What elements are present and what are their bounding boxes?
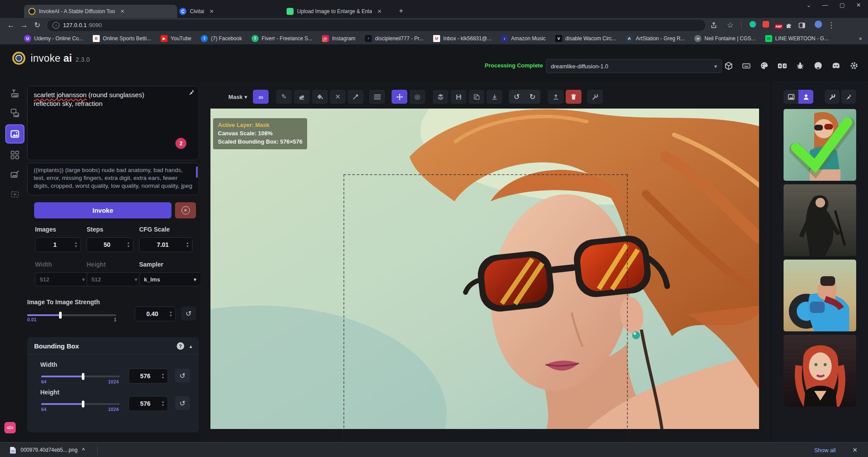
toggle-mask-button[interactable]: ∞ xyxy=(253,90,269,104)
extensions-puzzle-icon[interactable] xyxy=(785,22,798,29)
language-translate-icon[interactable]: AZ xyxy=(776,59,789,72)
hotkeys-keyboard-icon[interactable] xyxy=(740,59,753,72)
bbox-height-input[interactable]: 576▲▼ xyxy=(129,396,168,411)
tab-post-processing[interactable] xyxy=(7,166,23,183)
canvas-settings-button[interactable] xyxy=(587,90,603,104)
save-to-gallery-button[interactable] xyxy=(451,90,466,104)
stepper-icons[interactable]: ▲▼ xyxy=(74,242,80,248)
new-tab-button[interactable]: + xyxy=(399,7,403,15)
canvas-bounding-box[interactable] xyxy=(343,174,628,454)
settings-gear-icon[interactable] xyxy=(847,59,861,72)
images-input[interactable]: 1▲▼ xyxy=(35,237,81,252)
upload-image-button[interactable] xyxy=(548,90,564,104)
brush-tool-button[interactable]: ✎ xyxy=(276,90,292,104)
cfg-scale-input[interactable]: 7.01▲▼ xyxy=(139,237,192,252)
gallery-thumbnail[interactable] xyxy=(784,260,856,331)
collapse-chevron-icon[interactable]: ▴ xyxy=(189,343,192,349)
model-select[interactable]: dreamlike-diffusion-1.0 ▾ xyxy=(546,59,722,73)
bookmark-cgs[interactable]: ∞Neil Fontaine | CGS... xyxy=(694,35,756,42)
i2i-strength-input[interactable]: 0.40▲▼ xyxy=(135,306,176,321)
bookmark-inbox[interactable]: MInbox - klk56831@... xyxy=(433,35,491,42)
stepper-icons[interactable]: ▲▼ xyxy=(169,311,175,317)
clear-canvas-button[interactable] xyxy=(566,90,581,104)
bookmark-sports[interactable]: BOnline Sports Betti... xyxy=(93,35,151,42)
i2i-reset-button[interactable]: ↺ xyxy=(181,306,196,320)
bookmark-artstation[interactable]: AArtStation - Greg R... xyxy=(626,35,685,42)
bookmark-amazon-music[interactable]: ♪Amazon Music xyxy=(501,35,546,42)
model-manager-cube-icon[interactable] xyxy=(722,59,735,72)
negative-prompt-scrollbar[interactable] xyxy=(196,166,198,178)
browser-kebab-menu-icon[interactable]: ⋮ xyxy=(825,21,838,30)
steps-input[interactable]: 50▲▼ xyxy=(87,237,133,252)
profile-avatar[interactable] xyxy=(812,21,825,30)
stepper-icons[interactable]: ▲▼ xyxy=(186,242,192,248)
console-toggle-button[interactable]: </> xyxy=(4,422,16,433)
color-picker-button[interactable] xyxy=(348,90,364,104)
bookmarks-overflow-chevron[interactable]: » xyxy=(859,35,862,42)
prompt-input[interactable]: scarlett johansson (round sunglasses) re… xyxy=(27,86,199,160)
fill-bounding-box-button[interactable] xyxy=(312,90,328,104)
copy-to-clipboard-button[interactable] xyxy=(469,90,484,104)
negative-prompt-input[interactable]: ((implants)) (large boobs) nude bad anat… xyxy=(27,163,199,195)
window-minimize-icon[interactable]: — xyxy=(822,2,828,8)
gallery-thumbnail[interactable] xyxy=(784,184,856,256)
pin-prompt-icon[interactable] xyxy=(188,89,195,95)
tab-unified-canvas[interactable] xyxy=(5,124,24,144)
window-maximize-icon[interactable]: ▢ xyxy=(840,2,845,8)
gallery-settings-button[interactable] xyxy=(825,90,840,104)
slider-handle[interactable] xyxy=(82,373,84,380)
gallery-thumbnail[interactable] xyxy=(784,335,856,407)
bookmark-facebook[interactable]: f(7) Facebook xyxy=(201,35,242,42)
show-all-link[interactable]: Show all xyxy=(814,447,836,453)
back-button[interactable]: ← xyxy=(4,21,18,30)
download-item[interactable]: 000979.40d74eb5....png ^ xyxy=(0,446,85,454)
bbox-width-input[interactable]: 576▲▼ xyxy=(129,369,168,383)
reload-button[interactable]: ↻ xyxy=(31,21,44,30)
tab-upload-image[interactable]: Upload Image to Enlarge & Enla ✕ xyxy=(282,5,400,18)
bookmark-udemy[interactable]: UUdemy - Online Co... xyxy=(24,35,83,42)
invoke-button[interactable]: Invoke xyxy=(34,202,172,218)
reset-view-button[interactable]: ◎ xyxy=(410,90,425,104)
bookmark-instagram[interactable]: ◎Instagram xyxy=(322,35,355,42)
side-panel-icon[interactable] xyxy=(798,22,812,29)
slider-handle[interactable] xyxy=(82,401,84,408)
stepper-icons[interactable]: ▲▼ xyxy=(127,242,133,248)
layer-select[interactable]: Mask▾ xyxy=(228,94,247,100)
report-bug-icon[interactable] xyxy=(794,59,807,72)
height-select[interactable]: 512▾ xyxy=(87,272,142,286)
bbox-width-reset-button[interactable]: ↺ xyxy=(175,369,190,383)
discord-icon[interactable] xyxy=(830,59,843,72)
stepper-icons[interactable]: ▲▼ xyxy=(161,373,168,379)
tab-close-icon[interactable]: ✕ xyxy=(210,8,214,14)
width-select[interactable]: 512▾ xyxy=(35,272,90,286)
share-icon[interactable] xyxy=(710,22,724,28)
undo-button[interactable]: ↺ xyxy=(509,90,525,104)
gallery-user-tab[interactable] xyxy=(798,90,813,104)
redo-button[interactable]: ↻ xyxy=(525,90,540,104)
download-expand-chevron[interactable]: ^ xyxy=(82,447,85,453)
cancel-button[interactable]: ✕ xyxy=(175,202,196,218)
tab-image-to-image[interactable] xyxy=(7,105,23,121)
browser-menu-chevron-icon[interactable]: ⌄ xyxy=(806,2,811,8)
tab-civitai[interactable]: C Civitai ✕ xyxy=(175,5,284,18)
url-bar[interactable]: i 127.0.0.1:9090 xyxy=(47,20,705,31)
bookmark-star-icon[interactable]: ☆ xyxy=(724,21,737,30)
bookmark-discipleneil[interactable]: ⚡discipleneil777 - Pr... xyxy=(365,35,424,42)
red-extension-icon[interactable] xyxy=(759,21,772,30)
i2i-strength-slider[interactable] xyxy=(27,312,116,319)
adblock-extension-icon[interactable]: ABP xyxy=(772,21,785,30)
window-close-icon[interactable]: ✕ xyxy=(856,2,861,8)
theme-palette-icon[interactable] xyxy=(758,59,771,72)
bookmark-youtube[interactable]: ▶YouTube xyxy=(161,35,191,42)
move-tool-button[interactable] xyxy=(392,90,407,104)
slider-handle[interactable] xyxy=(59,312,62,319)
grammarly-extension-icon[interactable] xyxy=(746,21,759,30)
forward-button[interactable]: → xyxy=(18,21,31,30)
close-shelf-icon[interactable]: ✕ xyxy=(852,446,858,453)
eraser-tool-button[interactable] xyxy=(294,90,310,104)
bookmark-fiverr[interactable]: fFiverr - Freelance S... xyxy=(252,35,312,42)
bookmark-webtoon[interactable]: WLINE WEBTOON - G... xyxy=(765,35,829,42)
bookmark-wacom[interactable]: Vdisable Wacom Circ... xyxy=(555,35,616,42)
gallery-thumbnail-selected[interactable] xyxy=(784,109,856,181)
site-info-icon[interactable]: i xyxy=(52,22,60,29)
